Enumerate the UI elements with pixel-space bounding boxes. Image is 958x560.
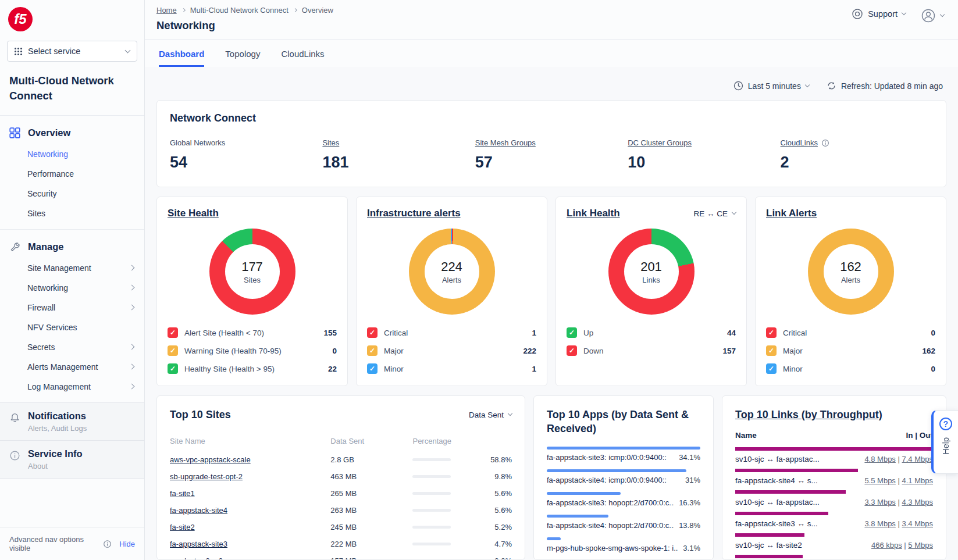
in-value[interactable]: 5.5 Mbps <box>864 476 895 485</box>
sidebar-item-alerts-management[interactable]: Alerts Management <box>0 357 144 377</box>
dashboard-toolbar: Last 5 minutes Refresh: Updated 8 min ag… <box>145 67 958 99</box>
site-link[interactable]: fa-appstack-site4 <box>170 506 227 515</box>
app-name[interactable]: fa-appstack-site4: icmp:0/0:0:9400:: <box>547 476 667 484</box>
chevron-right-icon <box>181 8 186 12</box>
sidebar-item-secrets[interactable]: Secrets <box>0 337 144 357</box>
link-name[interactable]: fa-appstack-site4 ↔ s... <box>735 476 818 485</box>
infrastructure-alerts-donut[interactable]: 224 Alerts <box>409 229 495 315</box>
breadcrumb-home[interactable]: Home <box>156 6 177 15</box>
out-value[interactable]: 7.4 Mbps <box>902 455 933 463</box>
in-value[interactable]: 466 kbps <box>871 541 902 550</box>
out-value[interactable]: 4.1 Mbps <box>902 476 933 485</box>
top-links-title[interactable]: Top 10 Links (by Throughput) <box>735 408 933 422</box>
site-link[interactable]: pg-cluster-3m-2w <box>170 557 228 560</box>
in-value[interactable]: 3.8 Mbps <box>864 519 895 528</box>
sidebar-item-sites[interactable]: Sites <box>0 204 144 223</box>
checkbox-checked-icon[interactable]: ✓ <box>766 345 777 356</box>
checkbox-checked-icon[interactable]: ✓ <box>168 327 178 338</box>
link-name[interactable]: sv10-sjc ↔ fa-appstac... <box>735 455 820 463</box>
link-name[interactable]: fa-appstack-site3 ↔ s... <box>735 519 818 528</box>
sidebar-item-overview[interactable]: Overview <box>0 119 144 144</box>
legend-value: 22 <box>328 365 337 373</box>
in-value[interactable]: 4.8 Mbps <box>864 455 895 463</box>
sidebar-item-nfv-services[interactable]: NFV Services <box>0 318 144 337</box>
nav-item-label: Firewall <box>27 303 55 312</box>
out-value[interactable]: 4.3 Mbps <box>902 498 933 507</box>
in-value[interactable]: 3.3 Mbps <box>864 498 895 507</box>
hide-nav-button[interactable]: Hide <box>119 540 135 548</box>
question-icon <box>939 418 952 430</box>
stat-label[interactable]: CloudLinks <box>781 138 818 147</box>
sidebar-item-notifications[interactable]: Notifications Alerts, Audit Logs <box>0 402 144 440</box>
tab-dashboard[interactable]: Dashboard <box>159 49 204 67</box>
info-icon[interactable] <box>821 139 829 147</box>
table-header-row: Name In | Out <box>735 431 933 442</box>
site-health-donut[interactable]: 177 Sites <box>209 229 295 315</box>
network-connect-card: Network Connect Global Networks 54 Sites… <box>156 100 946 187</box>
infrastructure-alerts-title[interactable]: Infrastructure alerts <box>367 208 461 219</box>
link-health-title[interactable]: Link Health <box>567 208 620 219</box>
percentage-value: 5.6% <box>494 489 512 498</box>
out-value[interactable]: 5 Mbps <box>908 541 933 550</box>
checkbox-checked-icon[interactable]: ✓ <box>766 363 777 374</box>
data-sent-value: 222 MB <box>330 540 412 548</box>
help-tab[interactable]: Help <box>931 410 958 474</box>
site-health-title[interactable]: Site Health <box>168 208 219 219</box>
checkbox-checked-icon[interactable]: ✓ <box>367 327 377 338</box>
site-link[interactable]: fa-site1 <box>170 489 195 498</box>
sidebar-item-service-info[interactable]: Service Info About <box>0 440 144 478</box>
chevron-right-icon <box>129 265 135 271</box>
sites-sort-dropdown[interactable]: Data Sent <box>469 411 512 419</box>
link-alerts-donut[interactable]: 162 Alerts <box>808 229 894 315</box>
stat-label[interactable]: Site Mesh Groups <box>475 138 536 147</box>
checkbox-checked-icon[interactable]: ✓ <box>367 345 377 356</box>
time-range-dropdown[interactable]: Last 5 minutes <box>733 81 809 91</box>
checkbox-checked-icon[interactable]: ✓ <box>766 327 777 338</box>
checkbox-checked-icon[interactable]: ✓ <box>168 363 178 374</box>
link-health-donut[interactable]: 201 Links <box>608 229 695 315</box>
checkbox-checked-icon[interactable]: ✓ <box>567 345 577 356</box>
stat-label[interactable]: Sites <box>322 138 339 147</box>
donut-value: 162 <box>840 259 861 274</box>
sidebar-item-firewall[interactable]: Firewall <box>0 298 144 318</box>
tab-cloudlinks[interactable]: CloudLinks <box>281 49 324 67</box>
site-link[interactable]: sb-upgrade-test-opt-2 <box>170 472 243 481</box>
support-menu[interactable]: Support <box>852 8 906 20</box>
f5-logo-icon[interactable]: f5 <box>8 7 33 31</box>
stat-label[interactable]: DC Cluster Groups <box>628 138 692 147</box>
support-label: Support <box>868 9 898 19</box>
app-name[interactable]: fa-appstack-site4: hopopt:2/d700:0:c... <box>547 521 674 530</box>
sidebar-item-performance[interactable]: Performance <box>0 164 144 184</box>
breadcrumb-service[interactable]: Multi-Cloud Network Connect <box>190 6 289 15</box>
site-link[interactable]: fa-site2 <box>170 523 195 532</box>
link-alerts-title[interactable]: Link Alerts <box>766 208 817 219</box>
refresh-button[interactable]: Refresh: Updated 8 min ago <box>827 81 943 91</box>
site-link[interactable]: fa-appstack-site3 <box>170 540 227 548</box>
list-item: fa-appstack-site3: hopopt:2/d700:0:c...1… <box>547 492 700 511</box>
site-link[interactable]: aws-vpc-appstack-scale <box>170 455 251 464</box>
sidebar-item-manage-networking[interactable]: Networking <box>0 278 144 298</box>
select-service-dropdown[interactable]: Select service <box>7 41 137 62</box>
checkbox-checked-icon[interactable]: ✓ <box>367 363 377 374</box>
sidebar-item-networking[interactable]: Networking <box>0 144 144 164</box>
link-type-selector[interactable]: RE ↔ CE <box>693 209 736 218</box>
sidebar-item-manage[interactable]: Manage <box>0 233 144 258</box>
link-name[interactable]: sv10-sjc ↔ fa-appstac... <box>735 498 820 507</box>
breadcrumb-overview[interactable]: Overview <box>302 6 333 15</box>
app-name[interactable]: fa-appstack-site3: hopopt:2/d700:0:c... <box>547 498 674 507</box>
app-name[interactable]: fa-appstack-site3: icmp:0/0:0:9400:: <box>547 453 667 462</box>
account-menu[interactable] <box>921 8 944 23</box>
out-value[interactable]: 3.4 Mbps <box>902 519 933 528</box>
tab-topology[interactable]: Topology <box>225 49 260 67</box>
throughput-bar <box>735 490 846 494</box>
nav-item-label: Networking <box>27 283 68 293</box>
checkbox-checked-icon[interactable]: ✓ <box>567 327 577 338</box>
link-name[interactable]: sv10-sjc ↔ fa-site2 <box>735 541 802 550</box>
sidebar-item-security[interactable]: Security <box>0 184 144 204</box>
checkbox-checked-icon[interactable]: ✓ <box>168 345 178 356</box>
breadcrumb: Home Multi-Cloud Network Connect Overvie… <box>156 6 333 15</box>
sidebar-item-site-management[interactable]: Site Management <box>0 258 144 278</box>
app-name[interactable]: m-pgs-hub-spoke-smg-aws-spoke-1: i... <box>547 544 678 552</box>
service-info-label: Service Info <box>28 448 83 459</box>
sidebar-item-log-management[interactable]: Log Management <box>0 377 144 397</box>
